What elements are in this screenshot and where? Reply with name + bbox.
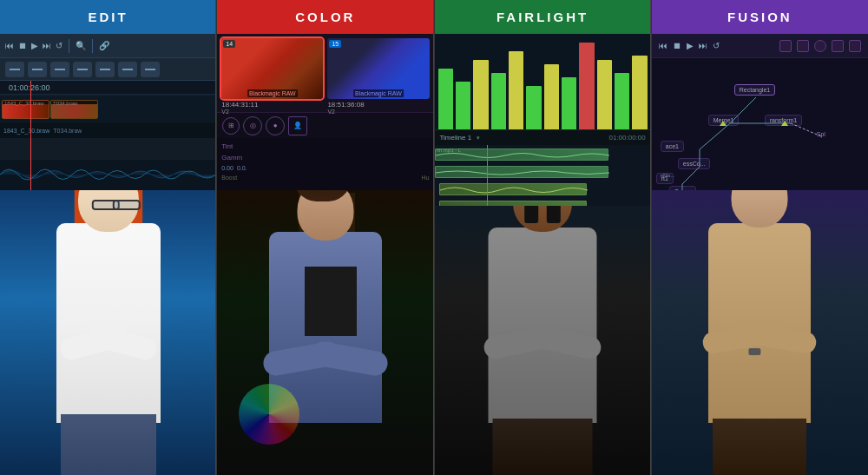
clip-thumb-1[interactable]: 1843_C_30.braw	[2, 100, 49, 119]
connection-3	[700, 123, 730, 149]
fairlight-ui: Timeline 1 ▾ 01:00:00:00 hh.mp3 - L	[435, 34, 651, 190]
fl-headphone-right	[547, 204, 561, 223]
color-divider	[433, 0, 434, 475]
color-tool-2[interactable]: ◎	[243, 116, 262, 135]
fl-wave-1	[436, 149, 609, 162]
fader-ch5	[509, 51, 523, 129]
zoom-icon[interactable]: 🔍	[76, 41, 86, 50]
clip-label-1: 1843_C_30.braw	[3, 101, 49, 104]
fl-playhead	[487, 145, 488, 206]
tool-btn-6[interactable]	[118, 62, 137, 77]
fader-bar-2	[456, 82, 470, 129]
fusion-person	[652, 162, 868, 475]
fl-clip-3[interactable]	[439, 183, 587, 195]
param-val-2: 0.0.	[237, 165, 247, 171]
fu-view-icon[interactable]	[779, 40, 792, 52]
playhead	[30, 81, 31, 190]
panels-container: EDIT ⏮ ⏹ ▶ ⏭ ↺ 🔍 🔗	[0, 0, 868, 475]
fader-bar-8	[562, 77, 576, 129]
video-track-row: 1843_C_30.braw T034.braw	[0, 96, 216, 122]
clip-thumb-2[interactable]: T034.braw	[50, 100, 98, 119]
skip-fwd-icon[interactable]: ⏭	[43, 41, 51, 50]
fader-ch12	[632, 56, 647, 129]
fader-bar-10	[597, 60, 612, 129]
fu-mode-icon[interactable]	[797, 40, 809, 52]
panel-fusion: FUSION ⏮ ⏹ ▶ ⏭ ↺	[652, 0, 868, 475]
fader-bar-11	[615, 73, 629, 129]
edit-toolbar1: ⏮ ⏹ ▶ ⏭ ↺ 🔍 🔗	[0, 34, 216, 58]
play-icon[interactable]: ▶	[31, 41, 38, 50]
fu-watch	[749, 348, 761, 355]
color-tools: ⊞ ◎ ● 👤	[217, 112, 433, 138]
fairlight-person	[435, 162, 651, 475]
fader-ch11	[615, 73, 629, 129]
param-val-1: 0.00	[221, 165, 233, 171]
fl-clip-2[interactable]	[435, 166, 608, 178]
fader-bar-7	[544, 64, 559, 129]
tool-btn-2[interactable]	[28, 62, 47, 77]
tool-btn-4[interactable]	[73, 62, 92, 77]
node-connections-svg	[652, 58, 868, 190]
fl-timecode: 01:00:00:00	[608, 134, 645, 142]
fl-clip-4[interactable]	[439, 201, 587, 206]
timeline-label: Timeline 1	[440, 134, 472, 142]
loop-icon[interactable]: ↺	[56, 41, 62, 50]
color-tool-3[interactable]: ●	[266, 116, 285, 135]
clip-1-raw-label: Blackmagic RAW	[247, 89, 298, 97]
boost-label: Boost	[221, 175, 237, 181]
color-tool-4[interactable]: 👤	[288, 116, 307, 135]
clip-2-raw-label: Blackmagic RAW	[353, 89, 404, 97]
fairlight-title: FAIRLIGHT	[496, 10, 589, 24]
fu-skip-back-icon[interactable]: ⏮	[659, 41, 667, 50]
fader-ch7	[544, 64, 559, 129]
color-clip-1[interactable]: 14 Blackmagic RAW 18:44:31:11 V2	[221, 38, 323, 115]
skip-back-icon[interactable]: ⏮	[5, 41, 14, 50]
fader-bar-1	[438, 69, 453, 129]
clip-2-thumbnail: 15 Blackmagic RAW	[327, 38, 429, 99]
person-icon: 👤	[293, 122, 302, 129]
tool-btn-3[interactable]	[50, 62, 69, 77]
fl-track-1: hh.mp3 - L	[435, 147, 651, 162]
fu-stop-icon[interactable]: ⏹	[673, 41, 681, 50]
clip-2-timecode: 18:51:36:08	[327, 101, 429, 109]
color-tool-1[interactable]: ⊞	[222, 117, 240, 135]
node-marker-1	[720, 121, 727, 126]
clip-1-v: V2	[221, 109, 229, 115]
fader-ch6	[526, 86, 541, 129]
grid-icon: ⊞	[228, 122, 234, 129]
clip-name-2: T034.braw	[53, 128, 82, 134]
fu-skip-fwd-icon[interactable]: ⏭	[699, 41, 707, 50]
fusion-title: FUSION	[727, 10, 792, 24]
node-editor: Rectangle1 Merge1 ransform1 ace1 essCo..…	[652, 58, 868, 190]
fl-track-3	[435, 181, 651, 197]
fu-settings-icon[interactable]	[814, 40, 826, 52]
color-ui: 14 Blackmagic RAW 18:44:31:11 V2 15 Blac…	[217, 34, 433, 190]
tool-btn-1[interactable]	[5, 62, 24, 77]
edit-person-jeans	[61, 414, 156, 475]
clip-1-badge: 14	[223, 40, 235, 48]
edit-glasses-right	[112, 200, 140, 210]
tool-btn-5[interactable]	[95, 62, 115, 77]
circle-icon: ◎	[250, 122, 256, 129]
fu-play-icon[interactable]: ▶	[687, 41, 694, 50]
fairlight-divider	[650, 0, 651, 475]
timeline-ruler: 01:00:26:00	[0, 81, 216, 95]
clip-2-meta: V2	[327, 109, 429, 115]
sep2	[92, 39, 93, 53]
fl-track-4	[435, 199, 651, 206]
fader-ch9	[579, 43, 594, 129]
tool-btn-7[interactable]	[141, 62, 160, 77]
edit-title: EDIT	[89, 10, 128, 24]
link-icon[interactable]: 🔗	[99, 41, 109, 50]
clip-1-timecode: 18:44:31:11	[221, 101, 323, 109]
stop-icon[interactable]: ⏹	[18, 41, 27, 50]
fu-node-icon[interactable]	[849, 40, 861, 52]
fu-loop-icon[interactable]: ↺	[713, 41, 720, 50]
edit-ui: ⏮ ⏹ ▶ ⏭ ↺ 🔍 🔗	[0, 34, 216, 190]
clip-2-badge: 15	[329, 40, 341, 48]
color-title: COLOR	[295, 10, 355, 24]
fader-bar-3	[473, 60, 488, 129]
color-wheel	[239, 384, 299, 445]
color-clip-2[interactable]: 15 Blackmagic RAW 18:51:36:08 V2	[327, 38, 429, 115]
fu-arrow-icon[interactable]	[832, 40, 844, 52]
